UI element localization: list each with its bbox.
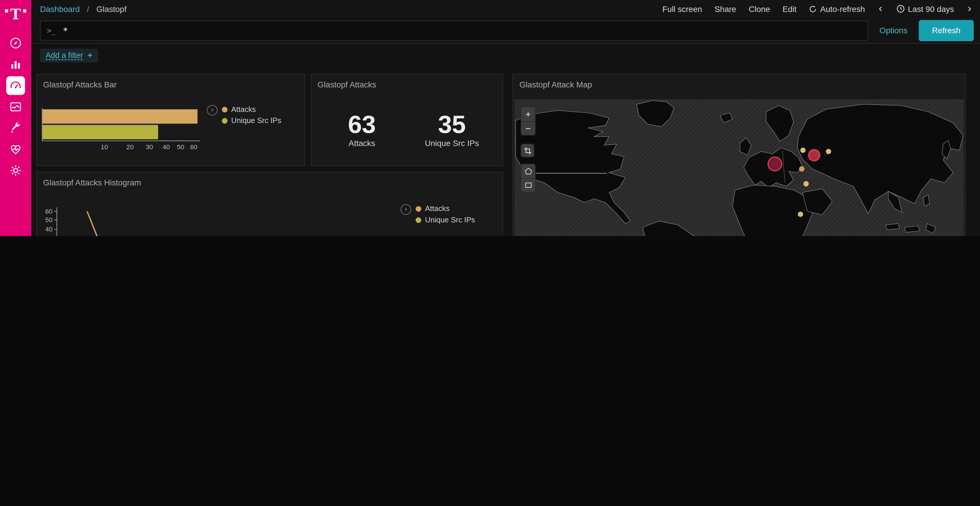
bar-segment[interactable] — [43, 125, 158, 139]
legend: › AttacksUnique Src IPs — [401, 204, 475, 227]
metric-unique-src-ips: 35 Unique Src IPs — [417, 111, 486, 148]
zoom-control-group: + − — [520, 107, 536, 136]
legend-items: AttacksUnique Src IPs — [415, 204, 475, 227]
horizontal-bar-chart[interactable]: 102030405060 — [42, 108, 200, 141]
wrench-icon — [9, 121, 22, 135]
panel-title: Glastopf Attacks — [311, 75, 503, 92]
legend-label: Unique Src IPs — [231, 116, 282, 125]
map-marker[interactable] — [826, 149, 831, 154]
breadcrumb-current: Glastopf — [96, 5, 127, 14]
sidebar-item-management[interactable] — [6, 161, 25, 180]
metric-attacks: 63 Attacks — [328, 111, 396, 148]
auto-refresh-button[interactable]: Auto-refresh — [809, 4, 865, 13]
polygon-icon — [524, 167, 532, 175]
sidebar-item-dashboard[interactable] — [6, 76, 25, 95]
time-next-button[interactable]: › — [967, 5, 973, 13]
query-input-box[interactable]: >_ — [40, 21, 868, 41]
bar-segment[interactable] — [43, 109, 197, 124]
gear-icon — [9, 163, 22, 177]
map-controls: + − — [520, 107, 536, 192]
sidebar-item-timelion[interactable] — [6, 97, 25, 116]
sidebar-item-discover[interactable] — [6, 34, 25, 52]
refresh-button[interactable]: Refresh — [919, 20, 974, 41]
dashboard-gauge-icon — [9, 79, 22, 92]
options-link[interactable]: Options — [880, 25, 907, 35]
metric-group: 63 Attacks 35 Unique Src IPs — [311, 111, 503, 148]
legend-label: Attacks — [231, 105, 256, 114]
draw-tools-group — [520, 163, 536, 192]
x-tick-label: 60 — [190, 143, 197, 151]
breadcrumb-separator: / — [87, 5, 89, 14]
logo-square-left — [5, 10, 8, 13]
legend-item[interactable]: Unique Src IPs — [222, 116, 282, 125]
zoom-out-button[interactable]: − — [521, 121, 535, 135]
legend-color-dot — [415, 206, 421, 211]
legend-color-dot — [222, 106, 228, 112]
add-filter-button[interactable]: Add a filter + — [40, 49, 98, 62]
rectangle-tool-button[interactable] — [521, 178, 535, 192]
panel-attacks-histogram: Glastopf Attacks Histogram 0102030405060… — [36, 172, 503, 236]
query-input[interactable] — [62, 25, 861, 36]
polygon-tool-button[interactable] — [521, 164, 535, 178]
fit-data-bounds-button[interactable] — [520, 144, 535, 157]
y-tick-label: 40 — [45, 225, 52, 233]
y-tick-label: 60 — [45, 208, 52, 215]
time-previous-button[interactable]: ‹ — [877, 5, 883, 13]
legend-label: Attacks — [425, 204, 449, 213]
x-tick-label: 20 — [126, 143, 134, 151]
legend: › AttacksUnique Src IPs — [207, 104, 281, 127]
full-screen-button[interactable]: Full screen — [662, 4, 702, 13]
crop-icon — [523, 147, 532, 155]
world-map-canvas — [514, 99, 964, 236]
map-marker[interactable] — [803, 181, 808, 186]
world-map[interactable]: + − — [514, 99, 964, 236]
zoom-in-button[interactable]: + — [521, 108, 535, 121]
line-series[interactable] — [87, 211, 118, 236]
x-tick-label: 50 — [177, 143, 185, 151]
legend-item[interactable]: Attacks — [415, 204, 475, 213]
map-marker[interactable] — [800, 148, 805, 153]
panel-attack-map: Glastopf Attack Map — [512, 74, 966, 236]
query-bar: >_ Options Refresh — [31, 17, 980, 44]
breadcrumb: Dashboard / Glastopf — [40, 3, 127, 14]
telekom-logo: T — [5, 8, 26, 21]
panel-attacks-metric: Glastopf Attacks 63 Attacks 35 Unique Sr… — [310, 74, 503, 166]
app-sidebar: T — [0, 0, 31, 236]
metric-value: 63 — [328, 111, 396, 138]
compass-icon — [9, 36, 22, 50]
sidebar-item-dev-tools[interactable] — [6, 119, 25, 137]
legend-item[interactable]: Attacks — [222, 105, 282, 114]
clone-button[interactable]: Clone — [749, 4, 770, 13]
metric-value: 35 — [417, 111, 486, 138]
heartbeat-icon — [9, 143, 22, 156]
map-marker[interactable] — [768, 157, 782, 171]
legend-item[interactable]: Unique Src IPs — [415, 216, 475, 224]
map-marker[interactable] — [798, 212, 803, 217]
legend-toggle-icon[interactable]: › — [207, 105, 217, 116]
share-button[interactable]: Share — [714, 4, 736, 13]
breadcrumb-dashboard-link[interactable]: Dashboard — [40, 5, 80, 14]
panel-attacks-bar: Glastopf Attacks Bar 102030405060 › Atta… — [36, 74, 305, 166]
map-marker[interactable] — [799, 167, 804, 171]
edit-button[interactable]: Edit — [783, 4, 797, 13]
top-nav-bar: Dashboard / Glastopf Full screen Share C… — [31, 0, 980, 17]
metric-label: Unique Src IPs — [417, 139, 486, 148]
x-tick-label: 30 — [146, 143, 153, 151]
bar-chart-icon — [9, 57, 22, 71]
line-chart[interactable]: 01020304050602018-09-022018-09-162018-09… — [37, 201, 412, 236]
dashboard-grid: Glastopf Attacks Bar 102030405060 › Atta… — [31, 67, 980, 236]
sidebar-item-monitoring[interactable] — [6, 140, 25, 159]
legend-toggle-icon[interactable]: › — [401, 204, 411, 215]
panel-title: Glastopf Attack Map — [513, 75, 965, 92]
map-marker[interactable] — [808, 149, 819, 160]
time-range-picker[interactable]: Last 90 days — [896, 4, 954, 13]
rectangle-icon — [524, 181, 532, 189]
timelion-icon — [9, 100, 22, 114]
x-tick-label: 40 — [162, 143, 170, 151]
filter-bar: Add a filter + — [31, 44, 980, 67]
add-filter-label: Add a filter — [46, 51, 83, 60]
legend-color-dot — [222, 118, 228, 123]
refresh-arrows-icon — [809, 5, 817, 13]
panel-title: Glastopf Attacks Bar — [37, 75, 304, 92]
sidebar-item-visualize[interactable] — [6, 55, 25, 74]
